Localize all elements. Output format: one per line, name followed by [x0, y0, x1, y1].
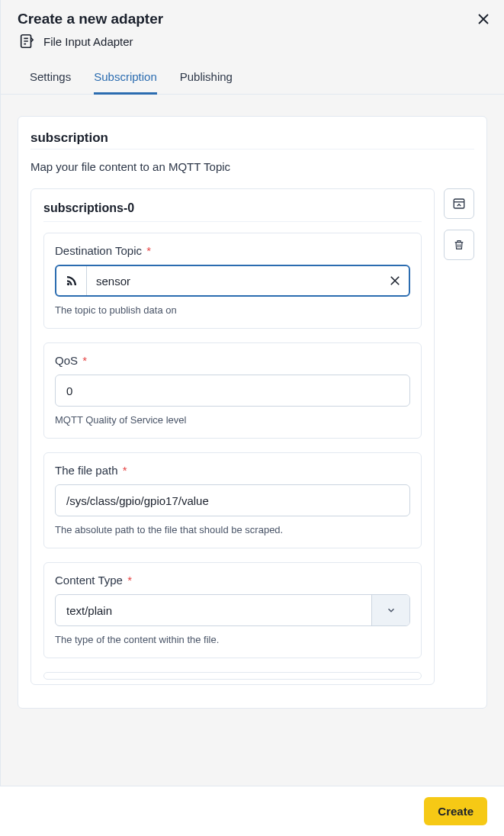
- content-type-value: text/plain: [56, 595, 371, 625]
- section-title: subscription: [30, 130, 474, 150]
- content-type-select[interactable]: text/plain: [55, 594, 410, 626]
- tab-settings[interactable]: Settings: [30, 59, 71, 95]
- clear-input-button[interactable]: [381, 266, 409, 295]
- chevron-down-icon[interactable]: [371, 595, 409, 625]
- content-type-help: The type of the content within the file.: [55, 634, 410, 645]
- file-path-label: The file path *: [55, 464, 410, 477]
- destination-topic-input-wrap: [55, 265, 410, 297]
- svg-point-1: [66, 283, 69, 285]
- destination-topic-label: Destination Topic *: [55, 244, 410, 257]
- field-destination-topic: Destination Topic *: [43, 233, 422, 329]
- field-qos: QoS * MQTT Quality of Service level: [43, 342, 422, 439]
- tab-subscription[interactable]: Subscription: [94, 59, 157, 95]
- collapse-button[interactable]: [444, 188, 474, 219]
- subscription-item-card: subscriptions-0 Destination Topic *: [30, 188, 435, 685]
- destination-topic-help: The topic to publish data on: [55, 304, 410, 316]
- next-field-peek: [43, 672, 422, 680]
- qos-input[interactable]: [55, 375, 410, 407]
- file-path-input[interactable]: [55, 484, 410, 516]
- subscription-section: subscription Map your file content to an…: [18, 116, 487, 709]
- adapter-type-label: File Input Adapter: [43, 35, 133, 48]
- qos-label: QoS *: [55, 354, 410, 367]
- tab-publishing[interactable]: Publishing: [180, 59, 233, 95]
- panel-header: Create a new adapter File Input Adapter: [1, 0, 504, 59]
- destination-topic-input[interactable]: [87, 266, 381, 295]
- content-type-label: Content Type *: [55, 574, 410, 587]
- footer: Create: [0, 786, 504, 836]
- file-adapter-icon: [18, 32, 36, 50]
- tabs: Settings Subscription Publishing: [1, 59, 504, 95]
- section-description: Map your file content to an MQTT Topic: [30, 160, 474, 173]
- content-area: subscription Map your file content to an…: [1, 95, 504, 836]
- subscription-item-title: subscriptions-0: [43, 201, 422, 222]
- field-content-type: Content Type * text/plain The type of: [43, 562, 422, 658]
- create-button[interactable]: Create: [424, 797, 487, 825]
- close-button[interactable]: [475, 11, 492, 27]
- file-path-help: The absolute path to the file that shoul…: [55, 524, 410, 535]
- page-title: Create a new adapter: [18, 11, 487, 27]
- qos-help: MQTT Quality of Service level: [55, 414, 410, 426]
- rss-icon: [56, 266, 87, 295]
- delete-button[interactable]: [444, 230, 474, 260]
- field-file-path: The file path * The absolute path to the…: [43, 452, 422, 548]
